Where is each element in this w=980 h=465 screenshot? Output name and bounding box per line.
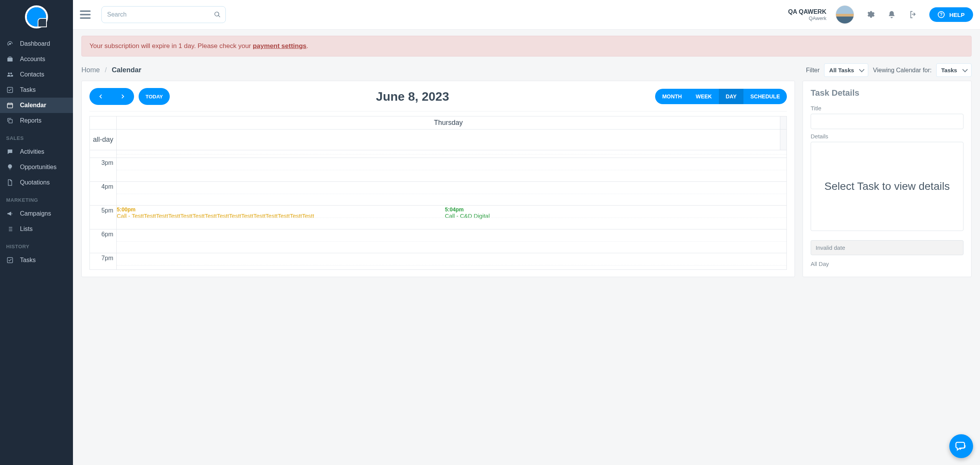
bell-icon[interactable]	[886, 9, 897, 20]
help-icon: ?	[938, 11, 945, 18]
list-icon	[6, 225, 14, 233]
title-label: Title	[811, 105, 963, 111]
sidebar-item-calendar[interactable]: Calendar	[0, 98, 73, 113]
nav-label: Opportunities	[20, 164, 56, 171]
avatar[interactable]	[836, 5, 854, 24]
sidebar-item-reports[interactable]: Reports	[0, 113, 73, 128]
sidebar-item-dashboard[interactable]: Dashboard	[0, 36, 73, 51]
calendar-title: June 8, 2023	[174, 90, 651, 104]
nav-label: Dashboard	[20, 40, 50, 47]
user-org: QAwerk	[788, 15, 826, 22]
sidebar-item-tasks[interactable]: Tasks	[0, 252, 73, 268]
nav-section-history: HISTORY	[0, 237, 73, 252]
hour-label: 3pm	[90, 158, 117, 181]
sidebar-item-contacts[interactable]: Contacts	[0, 67, 73, 82]
time-slot[interactable]	[117, 253, 786, 269]
nav-label: Tasks	[20, 86, 36, 93]
breadcrumb-separator: /	[102, 66, 110, 74]
filter-select[interactable]: All Tasks	[824, 63, 868, 77]
allday-label: all-day	[90, 130, 117, 150]
search-input[interactable]	[101, 6, 226, 23]
event-title: Call - C&D Digital	[445, 213, 490, 219]
calendar-event[interactable]: 5:04pmCall - C&D Digital	[445, 206, 490, 219]
gauge-icon	[6, 40, 14, 48]
sidebar-item-quotations[interactable]: Quotations	[0, 175, 73, 190]
prev-button[interactable]	[89, 88, 112, 105]
nav-section-marketing: MARKETING	[0, 190, 73, 206]
svg-rect-1	[7, 103, 13, 108]
users-icon	[6, 71, 14, 78]
calendar-event[interactable]: 5:00pmCall - TesttTesttTesttTesttTesttTe…	[117, 206, 314, 219]
hamburger-icon[interactable]	[80, 10, 91, 19]
nav-label: Tasks	[20, 257, 36, 264]
day-header: Thursday	[117, 116, 780, 129]
main-region: QA QAWERK QAwerk ? HELP Your subscriptio…	[73, 0, 980, 465]
view-week[interactable]: WEEK	[689, 89, 719, 104]
hour-label: 5pm	[90, 206, 117, 229]
filter-select-wrap: All Tasks	[824, 63, 868, 77]
allday-slot[interactable]	[117, 130, 780, 150]
time-slot[interactable]	[117, 150, 786, 158]
time-slot[interactable]	[117, 229, 786, 253]
search-wrap	[101, 6, 226, 23]
details-label: Details	[811, 133, 963, 140]
viewing-select-wrap: Tasks	[936, 63, 972, 77]
search-icon[interactable]	[212, 9, 223, 20]
user-block[interactable]: QA QAWERK QAwerk	[788, 8, 826, 22]
user-name: QA QAWERK	[788, 8, 826, 15]
logout-icon[interactable]	[908, 9, 919, 20]
alert-text-after: .	[306, 42, 308, 50]
details-placeholder: Select Task to view details	[811, 142, 963, 231]
megaphone-icon	[6, 210, 14, 218]
alert-link[interactable]: payment settings	[253, 42, 306, 50]
nav-label: Activities	[20, 148, 44, 155]
calendar-icon	[6, 101, 14, 109]
nav-label: Campaigns	[20, 210, 51, 217]
calendar-grid: Thursday all-day 3pm4pm5pm5:00pmCall - T…	[89, 116, 787, 270]
time-slot[interactable]	[117, 158, 786, 181]
nav-label: Lists	[20, 226, 33, 232]
breadcrumb-current: Calendar	[112, 66, 141, 74]
viewing-select[interactable]: Tasks	[936, 63, 972, 77]
hour-label: 4pm	[90, 182, 117, 205]
check-icon	[6, 86, 14, 94]
sidebar-item-activities[interactable]: Activities	[0, 144, 73, 159]
nav-section-sales: SALES	[0, 128, 73, 144]
subscription-alert: Your subscription will expire in 1 day. …	[81, 36, 972, 56]
content: Your subscription will expire in 1 day. …	[73, 30, 980, 465]
view-day[interactable]: DAY	[719, 89, 743, 104]
allday-field-label: All Day	[811, 261, 963, 267]
next-button[interactable]	[112, 88, 134, 105]
hour-label: 6pm	[90, 229, 117, 253]
nav-label: Reports	[20, 117, 41, 124]
task-details-panel: Task Details Title Details Select Task t…	[803, 81, 972, 277]
view-month[interactable]: MONTH	[655, 89, 689, 104]
breadcrumb-home[interactable]: Home	[81, 66, 100, 74]
sidebar: DashboardAccountsContactsTasksCalendarRe…	[0, 0, 73, 465]
topbar: QA QAWERK QAwerk ? HELP	[73, 0, 980, 30]
gear-icon[interactable]	[865, 9, 876, 20]
sidebar-item-tasks[interactable]: Tasks	[0, 82, 73, 98]
sidebar-item-lists[interactable]: Lists	[0, 221, 73, 237]
chat-fab[interactable]	[949, 434, 973, 458]
briefcase-icon	[6, 55, 14, 63]
breadcrumb: Home / Calendar	[81, 66, 141, 74]
alert-text-before: Your subscription will expire in 1 day. …	[89, 42, 253, 50]
sidebar-item-opportunities[interactable]: Opportunities	[0, 159, 73, 175]
calendar-panel: TODAY June 8, 2023 MONTHWEEKDAYSCHEDULE …	[81, 81, 795, 277]
view-schedule[interactable]: SCHEDULE	[743, 89, 787, 104]
date-input	[811, 240, 963, 255]
title-input[interactable]	[811, 114, 963, 129]
today-button[interactable]: TODAY	[139, 88, 170, 105]
app-logo[interactable]	[0, 0, 73, 36]
time-slot[interactable]	[117, 182, 786, 205]
viewing-label: Viewing Calendar for:	[873, 67, 932, 74]
bulb-icon	[6, 163, 14, 171]
view-switch: MONTHWEEKDAYSCHEDULE	[655, 89, 787, 104]
sidebar-item-accounts[interactable]: Accounts	[0, 51, 73, 67]
event-time: 5:04pm	[445, 206, 490, 213]
time-slot[interactable]: 5:00pmCall - TesttTesttTesttTesttTesttTe…	[117, 206, 786, 229]
nav-label: Contacts	[20, 71, 44, 78]
help-button[interactable]: ? HELP	[929, 7, 973, 22]
sidebar-item-campaigns[interactable]: Campaigns	[0, 206, 73, 221]
